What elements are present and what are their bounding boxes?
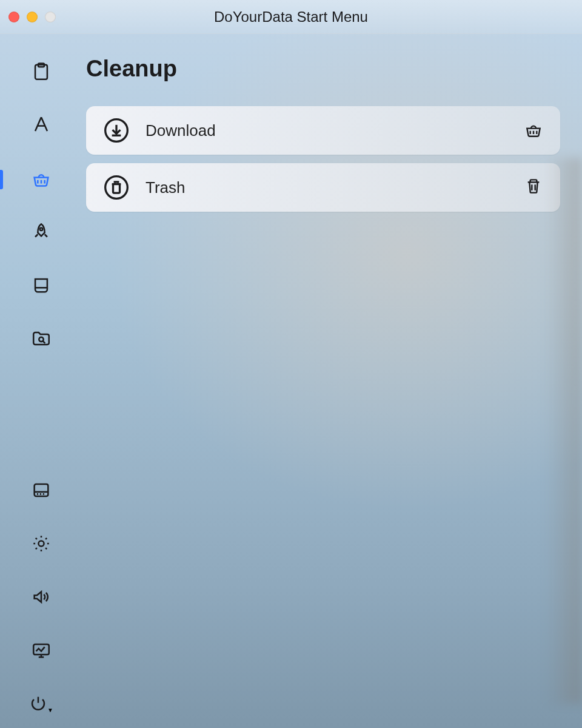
window-title: DoYourData Start Menu <box>0 8 582 25</box>
basket-icon <box>31 168 52 191</box>
svg-point-2 <box>40 228 43 231</box>
sidebar-item-cleanup[interactable] <box>0 167 82 192</box>
sun-icon <box>31 533 52 556</box>
close-window-button[interactable] <box>8 12 19 22</box>
cleanup-item-download[interactable]: Download <box>86 106 560 155</box>
cleanup-item-label: Download <box>146 121 216 140</box>
sidebar-item-apps[interactable] <box>0 114 82 138</box>
basket-icon[interactable] <box>524 120 543 141</box>
sidebar-item-drive[interactable] <box>0 274 82 298</box>
cleanup-items: Download Trash <box>86 106 560 212</box>
svg-rect-6 <box>33 644 49 655</box>
power-icon <box>28 693 48 716</box>
apps-icon <box>31 115 52 138</box>
download-icon <box>103 117 130 144</box>
sidebar-top <box>0 61 82 352</box>
trash-circle-icon <box>103 174 130 201</box>
traffic-lights <box>8 12 56 22</box>
sidebar-item-sound[interactable] <box>0 586 82 610</box>
dock-icon <box>31 480 52 503</box>
folder-search-icon <box>31 328 52 351</box>
layout: ▼ Cleanup Download Trash <box>0 34 582 728</box>
main-content: Cleanup Download Trash <box>82 34 582 728</box>
sidebar-item-search-folder[interactable] <box>0 328 82 352</box>
sidebar-item-rocket[interactable] <box>0 221 82 245</box>
page-title: Cleanup <box>86 56 560 82</box>
rocket-icon <box>31 221 52 244</box>
sidebar: ▼ <box>0 34 82 728</box>
sidebar-item-dock[interactable] <box>0 479 82 504</box>
clipboard-icon <box>31 61 52 84</box>
svg-point-3 <box>39 337 43 342</box>
desktop-icon <box>31 640 52 663</box>
svg-point-5 <box>38 541 44 546</box>
speaker-icon <box>31 587 52 610</box>
sidebar-bottom: ▼ <box>0 479 82 728</box>
titlebar: DoYourData Start Menu <box>0 0 582 34</box>
sidebar-item-clipboard[interactable] <box>0 61 82 85</box>
sidebar-item-desktop[interactable] <box>0 639 82 664</box>
drive-icon <box>31 275 52 298</box>
cleanup-item-label: Trash <box>146 178 186 197</box>
fullscreen-window-button[interactable] <box>45 12 56 22</box>
sidebar-item-brightness[interactable] <box>0 533 82 557</box>
chevron-down-icon: ▼ <box>47 707 53 713</box>
cleanup-item-trash[interactable]: Trash <box>86 163 560 212</box>
svg-point-8 <box>105 177 128 199</box>
trash-icon[interactable] <box>524 177 543 198</box>
minimize-window-button[interactable] <box>27 12 38 22</box>
sidebar-item-power[interactable]: ▼ <box>0 693 82 717</box>
